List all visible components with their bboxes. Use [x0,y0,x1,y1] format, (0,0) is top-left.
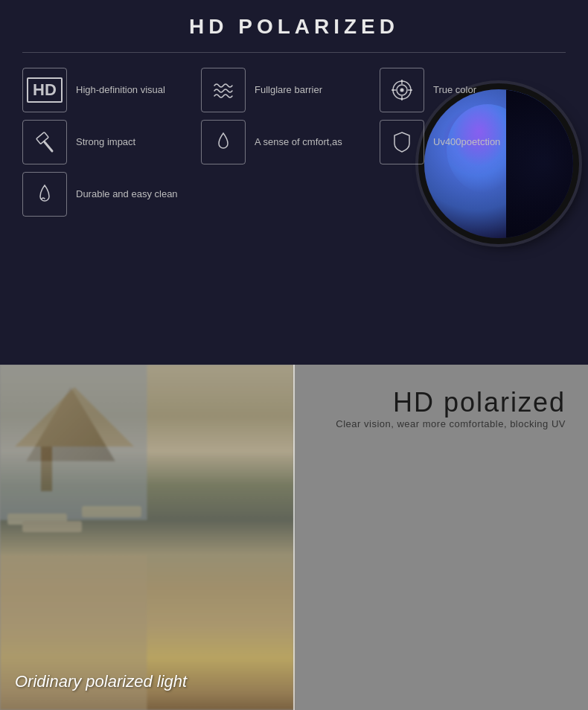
beach-left-ordinary [0,365,294,710]
drop-icon [210,129,237,156]
main-title: HD POLARIZED [22,15,566,39]
left-scene-overlay [0,365,147,710]
target-icon-box [380,68,424,112]
feature-target-label: True color [433,84,476,97]
hd-icon: HD [27,77,63,103]
hammer-icon [31,129,58,156]
svg-rect-7 [36,132,49,144]
shield-icon-box [380,120,424,164]
hd-icon-box: HD [22,68,67,112]
feature-drop-label: A sense of cmfort,as [255,136,342,149]
feature-shield-label: Uv400poetction [433,136,500,149]
ordinary-label: Oridinary polarized light [15,672,187,691]
svg-rect-14 [82,506,141,517]
svg-point-2 [400,89,404,92]
feature-waterdrop: Durable and easy clean [22,172,201,217]
features-grid: HD High-definition visual Fullglare barr… [22,68,566,217]
feature-drop: A sense of cmfort,as [201,120,380,164]
feature-shield: Uv400poetction [380,120,558,164]
waterdrop-icon-box [22,172,67,217]
divider [22,52,566,53]
feature-hd: HD High-definition visual [22,68,201,112]
feature-wave: Fullglare barrier [201,68,380,112]
bottom-section: HD polarized Clear vision, wear more com… [0,365,588,710]
target-icon [389,77,415,103]
wave-icon-box [201,68,246,112]
wave-icon [210,77,237,103]
hammer-icon-box [22,120,67,164]
svg-rect-12 [41,447,52,491]
svg-line-8 [45,142,52,151]
svg-rect-15 [22,521,82,532]
feature-hd-label: High-definition visual [76,84,165,97]
feature-wave-label: Fullglare barrier [255,84,322,97]
feature-target: True color [380,68,558,112]
feature-waterdrop-label: Durable and easy clean [76,188,178,201]
hd-polarized-title: HD polarized [336,387,566,418]
ordinary-overlay: Oridinary polarized light [15,672,187,691]
hd-polarized-subtitle: Clear vision, wear more comfortable, blo… [336,418,566,429]
feature-hammer-label: Strong impact [76,136,135,149]
hd-polarized-overlay: HD polarized Clear vision, wear more com… [336,387,566,429]
top-section: HD POLARIZED HD High-definition visual F… [0,0,588,365]
feature-hammer: Strong impact [22,120,201,164]
drop-icon-box [201,120,246,164]
waterdrop-icon [31,181,58,208]
shield-icon [389,129,415,156]
section-divider-line [293,365,295,710]
